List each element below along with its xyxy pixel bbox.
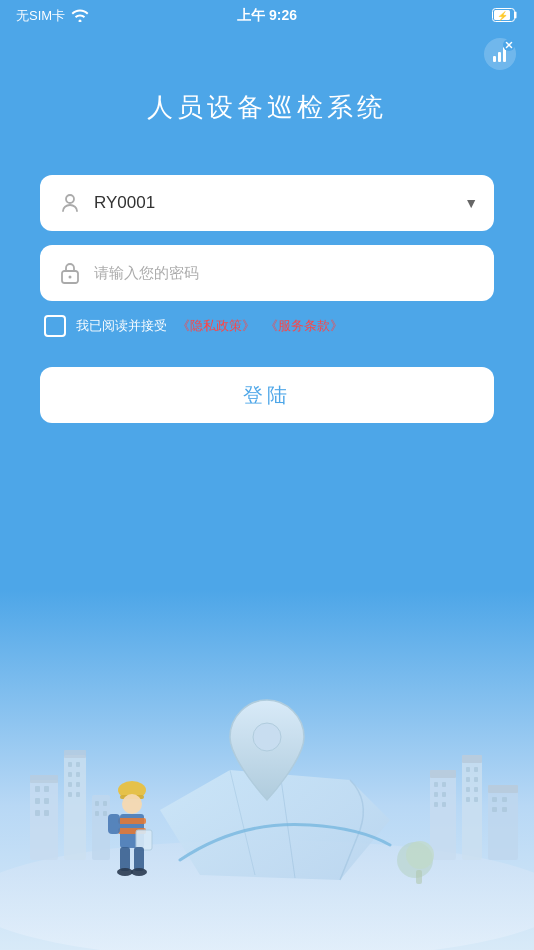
username-input[interactable]	[94, 193, 456, 213]
svg-rect-55	[466, 797, 470, 802]
svg-rect-31	[76, 782, 80, 787]
svg-rect-61	[492, 807, 497, 812]
svg-rect-22	[35, 810, 40, 816]
svg-point-76	[117, 868, 133, 876]
status-time: 上午 9:26	[237, 7, 297, 25]
wifi-icon	[71, 8, 89, 25]
top-right-wifi-icon	[482, 36, 518, 76]
svg-point-68	[122, 794, 142, 814]
svg-rect-53	[466, 787, 470, 792]
user-icon	[56, 189, 84, 217]
password-field-row	[40, 245, 494, 301]
svg-rect-74	[120, 847, 130, 871]
svg-rect-70	[118, 818, 146, 824]
svg-rect-5	[493, 56, 496, 62]
svg-rect-47	[462, 760, 482, 860]
bottom-illustration	[0, 590, 534, 950]
svg-rect-20	[35, 798, 40, 804]
username-field-row: ▼	[40, 175, 494, 231]
svg-rect-75	[134, 847, 144, 871]
svg-rect-24	[64, 755, 86, 860]
svg-rect-44	[442, 792, 446, 797]
svg-rect-21	[44, 798, 49, 804]
svg-rect-29	[76, 772, 80, 777]
svg-rect-65	[416, 870, 422, 884]
svg-point-12	[69, 276, 72, 279]
svg-rect-26	[68, 762, 72, 767]
svg-rect-60	[502, 797, 507, 802]
svg-rect-25	[64, 750, 86, 758]
svg-text:⚡: ⚡	[497, 10, 509, 22]
checkbox-label: 我已阅读并接受	[76, 317, 167, 335]
svg-rect-30	[68, 782, 72, 787]
terms-checkbox[interactable]	[44, 315, 66, 337]
svg-rect-48	[462, 755, 482, 763]
svg-rect-34	[92, 795, 110, 860]
status-bar: 无SIM卡 上午 9:26 ⚡	[0, 0, 534, 30]
login-form: ▼ 我已阅读并接受 《隐私政策》 《服务条款》 登陆	[40, 175, 494, 423]
svg-rect-32	[68, 792, 72, 797]
svg-rect-59	[492, 797, 497, 802]
svg-rect-38	[103, 811, 107, 816]
svg-rect-52	[474, 777, 478, 782]
svg-rect-54	[474, 787, 478, 792]
status-left: 无SIM卡	[16, 7, 89, 25]
svg-rect-41	[434, 782, 438, 787]
svg-rect-23	[44, 810, 49, 816]
password-input[interactable]	[94, 263, 478, 283]
svg-rect-39	[430, 775, 456, 860]
svg-rect-36	[103, 801, 107, 806]
lock-icon	[56, 259, 84, 287]
terms-row: 我已阅读并接受 《隐私政策》 《服务条款》	[40, 315, 494, 337]
svg-rect-18	[35, 786, 40, 792]
svg-point-15	[253, 723, 281, 751]
svg-rect-42	[442, 782, 446, 787]
svg-rect-46	[442, 802, 446, 807]
privacy-link[interactable]: 《隐私政策》	[177, 317, 255, 335]
app-title: 人员设备巡检系统	[147, 90, 387, 125]
battery-icon: ⚡	[492, 8, 518, 25]
svg-rect-19	[44, 786, 49, 792]
svg-rect-51	[466, 777, 470, 782]
svg-rect-17	[30, 775, 58, 783]
svg-rect-40	[430, 770, 456, 778]
svg-point-0	[79, 19, 82, 22]
login-button[interactable]: 登陆	[40, 367, 494, 423]
no-sim-label: 无SIM卡	[16, 7, 65, 25]
svg-rect-49	[466, 767, 470, 772]
status-right: ⚡	[492, 8, 518, 25]
svg-rect-62	[502, 807, 507, 812]
svg-rect-37	[95, 811, 99, 816]
terms-link[interactable]: 《服务条款》	[265, 317, 343, 335]
svg-rect-43	[434, 792, 438, 797]
svg-point-77	[131, 868, 147, 876]
main-content: 人员设备巡检系统 ▼	[0, 30, 534, 423]
svg-rect-6	[498, 52, 501, 62]
svg-rect-35	[95, 801, 99, 806]
svg-rect-50	[474, 767, 478, 772]
svg-rect-73	[108, 814, 120, 834]
svg-point-64	[406, 841, 434, 869]
dropdown-arrow-icon[interactable]: ▼	[464, 195, 478, 211]
svg-rect-28	[68, 772, 72, 777]
svg-rect-33	[76, 792, 80, 797]
svg-rect-58	[488, 785, 518, 793]
svg-rect-56	[474, 797, 478, 802]
svg-rect-45	[434, 802, 438, 807]
svg-rect-16	[30, 780, 58, 860]
svg-rect-27	[76, 762, 80, 767]
